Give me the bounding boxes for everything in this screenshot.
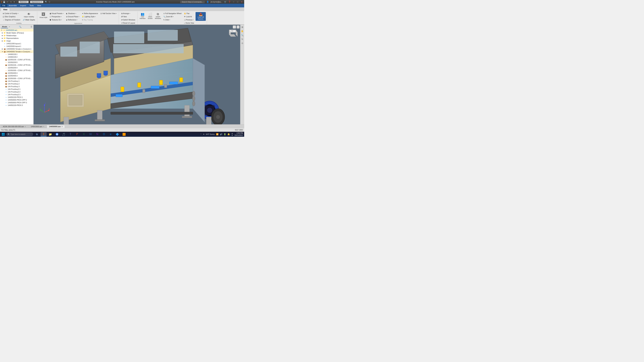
model-tab[interactable]: Model <box>1 25 8 28</box>
refine-appearance-btn[interactable]: ✦ Refine Appearance <box>81 12 99 15</box>
doc-tab-1-close[interactable]: ✕ <box>43 126 44 128</box>
taskbar-outlook[interactable]: O <box>101 132 107 136</box>
ray-tracing-btn[interactable]: ✤ Ray Tracing <box>81 18 99 21</box>
taskbar-task-view[interactable]: ⧉ <box>34 132 40 136</box>
scroll-indicator[interactable]: ▲▼ <box>231 132 233 136</box>
help-icon[interactable]: ❓ <box>228 1 231 3</box>
menu-tools[interactable]: Tools <box>28 4 36 7</box>
qat-save[interactable]: 💾 <box>3 1 5 3</box>
visual-presets-btn[interactable]: ▦ Visual Presets ▾ <box>49 12 64 15</box>
tree-item-24[interactable]: 🔹 144050100-PROX:1 <box>0 96 33 98</box>
lighting-style-btn[interactable]: 💡 Lighting Style ▾ <box>81 15 99 18</box>
tree-item-8[interactable]: 🔸 144060100:1 <box>0 53 33 56</box>
look-at-btn[interactable]: 👁 Look At <box>183 15 195 18</box>
ground-plane-btn[interactable]: ⊟ Ground Plane ▾ <box>65 15 80 18</box>
close-btn[interactable]: ✕ <box>240 1 243 3</box>
new-window-btn[interactable]: 🗗 New <box>120 15 136 18</box>
tree-item-18[interactable]: 📦 144-ProxAssy:1 <box>0 80 33 82</box>
taskbar-explorer[interactable]: 📁 <box>47 132 53 136</box>
taskbar-teams[interactable]: T <box>68 132 74 136</box>
viewport-max-btn[interactable]: □ <box>237 25 240 28</box>
taskbar-onenote[interactable]: N <box>94 132 100 136</box>
zoom-all-btn[interactable]: 🔍 Zoom All ▾ <box>162 15 182 18</box>
tree-item-25[interactable]: 🔹 144050000-PROX-OPP:2 <box>0 98 33 101</box>
tree-item-22[interactable]: 🔹 144-ProxAssy2:2 <box>0 90 33 93</box>
maximize-btn[interactable]: □ <box>236 1 239 3</box>
qat-redo[interactable]: ↪ <box>10 1 12 3</box>
tree-model-states[interactable]: ▶ 📁 Model States: [Primary] <box>0 31 33 34</box>
taskbar-inventor[interactable]: I <box>40 132 46 136</box>
reflections-btn[interactable]: ◈ Reflections ▾ <box>65 18 80 21</box>
taskbar-app-music[interactable]: 🎵 <box>61 132 67 136</box>
start-button[interactable] <box>1 132 6 136</box>
minimize-btn[interactable]: ─ <box>232 1 235 3</box>
clean-screen-btn[interactable]: ⬜ CleanScreen <box>147 12 154 20</box>
tree-representations[interactable]: ▶ 📁 Representations <box>0 37 33 39</box>
ribbon-tab-view[interactable]: View <box>1 8 10 11</box>
user-interface-btn[interactable]: 👥 UserInterface <box>139 12 146 20</box>
menu-inspect[interactable]: Inspect <box>18 4 28 7</box>
view-cube[interactable]: TOP FRONT SIDE <box>226 27 239 41</box>
taskbar-chrome[interactable] <box>54 132 60 136</box>
textures-btn[interactable]: ⬢ Textures On ▾ <box>49 18 64 21</box>
close-model-tab[interactable]: ✕ <box>9 26 10 28</box>
full-nav-wheel-btn[interactable]: ⊙ Full Navigation Wheel <box>162 12 182 15</box>
switch-windows-big-btn[interactable]: ⧉ SwitchWindows <box>154 12 162 20</box>
shadows-btn[interactable]: ◐ Shadows ▾ <box>65 12 80 15</box>
tree-item-12[interactable]: 📦 102050100---CONV LIFTR ASSY:3 <box>0 64 33 66</box>
taskbar-excel[interactable]: X <box>81 132 87 136</box>
doc-tab-0[interactable]: ADSK-300-568-000-000.iam ✕ <box>1 125 28 128</box>
help-search-box[interactable]: Search Help & Commands... <box>180 1 205 3</box>
taskbar-app-2[interactable]: 🔷 <box>114 132 120 136</box>
doc-tab-1[interactable]: 144003000.iam ✕ <box>28 125 46 128</box>
scroll-up-btn[interactable]: ⌃ <box>200 133 202 135</box>
tree-root-file[interactable]: ▼ 🔸 144050000.iam <box>0 29 33 31</box>
menu-assemble[interactable]: Assemble <box>7 4 18 7</box>
slice-graphics-btn[interactable]: ◫ Slice Graphics <box>2 15 21 18</box>
tree-origin[interactable]: ▶ 📁 Origin <box>0 39 33 42</box>
tree-item-20[interactable]: 📦 144-ProxAssy:3 <box>0 85 33 88</box>
visual-style-btn[interactable]: 🖼 Visual Style <box>38 12 48 19</box>
tree-item-16[interactable]: 📦 102050400:3 <box>0 74 33 77</box>
orbit-btn[interactable]: ↻ Orbit ▾ <box>162 18 182 21</box>
tree-item-9[interactable]: 🔸 144060100:2 <box>0 56 33 58</box>
pan-btn[interactable]: ✋ Pan <box>183 12 195 15</box>
tree-item-15[interactable]: 📦 102050400:4 <box>0 72 33 74</box>
qat-more[interactable]: ▾ <box>13 1 16 3</box>
menu-file[interactable]: File <box>1 4 7 7</box>
viewport-min-btn[interactable]: ─ <box>233 25 236 28</box>
taskbar-edge[interactable]: e <box>108 132 114 136</box>
notifications-icon[interactable]: 🔔 <box>228 133 230 135</box>
tree-item-10[interactable]: 📦 102050100---CONV LIFTR ASSY:1 <box>0 58 33 61</box>
load-full-btn[interactable]: 📥 Load Full Express <box>196 12 206 21</box>
tree-relationships[interactable]: ▶ 📁 Relationships <box>0 34 33 37</box>
tree-item-13[interactable]: 🔸 102050200:4 <box>0 66 33 69</box>
mini-toolbar-btn-5[interactable]: ⊙ <box>241 41 244 45</box>
previous-btn[interactable]: ◁ Previous ▾ <box>183 18 195 21</box>
mini-toolbar-btn-1[interactable]: ⊞ <box>241 25 244 29</box>
tree-item-23[interactable]: 🔹 144-ProxAssy2:3 <box>0 93 33 96</box>
tree-item-5[interactable]: 🔹 144025000-layout:1 <box>0 45 33 48</box>
half-section-btn[interactable]: ⊡ Half Section View ▾ <box>100 12 118 15</box>
doc-tab-0-close[interactable]: ✕ <box>25 126 26 128</box>
object-visibility-btn[interactable]: 👁 Object Visibility <box>22 12 36 18</box>
doc-tab-2[interactable]: 144050000.iam ✕ <box>47 125 65 128</box>
arrange-btn[interactable]: ⊞ Arrange ▾ <box>120 12 136 15</box>
tree-item-19[interactable]: 📦 144-ProxAssy:2 <box>0 82 33 85</box>
tree-item-26[interactable]: 🔹 144050000-PROX-OPP:3 <box>0 101 33 104</box>
appearance-dropdown[interactable]: Appearance ▾ <box>30 1 43 3</box>
mini-toolbar-btn-4[interactable]: ↻ <box>241 37 244 41</box>
tree-item-21[interactable]: 🔹 144-ProxAssy2:1 <box>0 88 33 90</box>
doc-tab-2-close[interactable]: ✕ <box>62 126 63 128</box>
tree-item-11[interactable]: 🔸 102050200:5 <box>0 61 33 64</box>
tree-item-17[interactable]: 📦 102050300---CONV LIFTR ASSY:4 <box>0 77 33 80</box>
center-of-gravity-btn[interactable]: ⊕ Center of Gravity ▾ <box>2 12 21 15</box>
tree-item-14[interactable]: 🔸 102050300---CONV LIFTR ASSY:1 <box>0 69 33 72</box>
taskbar-word[interactable]: W <box>88 132 94 136</box>
taskbar-app-3[interactable]: 🟧 <box>121 132 127 136</box>
tree-item-4[interactable]: 🔹 144021000-layout:1 <box>0 42 33 45</box>
panel-menu-btn[interactable]: ☰ <box>30 26 32 28</box>
mini-toolbar-btn-2[interactable]: ✋ <box>241 29 244 33</box>
tree-item-27[interactable]: 🔹 144050100-PROX:3 <box>0 104 33 107</box>
panel-search-btn[interactable]: 🔍 <box>19 26 22 28</box>
